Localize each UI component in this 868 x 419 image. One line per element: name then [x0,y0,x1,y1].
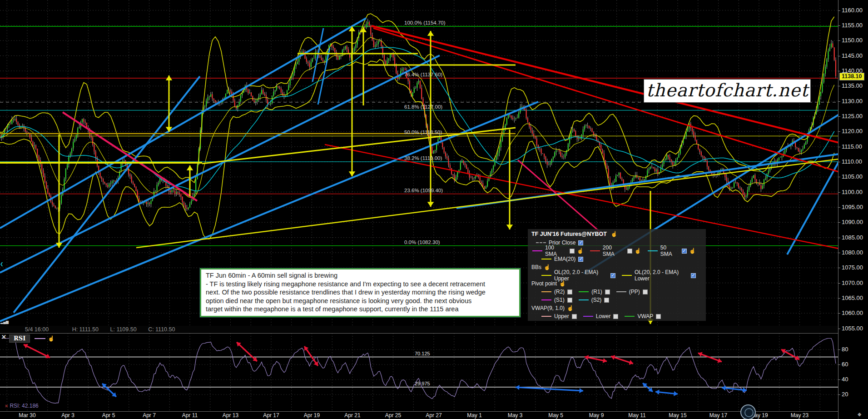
legend-visibility-checkbox[interactable]: ✓ [572,314,577,319]
scroll-nav-icon[interactable]: ◆ [858,411,861,417]
legend-item: (PP)✓ [616,289,648,295]
legend-row: (S1)✓(S2)✓ [531,296,702,304]
rsi-panel-header[interactable]: RSI ☝ [9,334,55,343]
hand-cursor-icon[interactable]: ☝ [610,231,617,237]
price-tick-label: 1070.00 [842,279,863,286]
legend-visibility-checkbox[interactable]: ✓ [682,249,687,254]
legend-visibility-checkbox[interactable]: ✓ [656,314,661,319]
date-tick-label: Apr 5 [102,412,115,419]
price-tick-label: 1125.00 [842,113,863,120]
legend-visibility-checkbox[interactable]: ✓ [643,289,648,294]
hand-cursor-icon[interactable]: ☝ [635,248,641,254]
price-tick-label: 1155.00 [842,22,863,29]
legend-line-sample [541,316,551,317]
site-logo-badge [740,404,756,419]
legend-row: Upper✓Lower✓VWAP✓ [531,312,702,320]
price-tick-label: 1055.00 [842,325,863,332]
legend-item-label: (R1) [591,289,602,295]
legend-visibility-checkbox[interactable]: ✓ [613,314,618,319]
date-tick-label: May 5 [548,412,563,419]
legend-line-sample [648,250,658,251]
legend-item-label: VWAP [637,313,653,319]
date-axis[interactable]: Mar 30Apr 3Apr 5Apr 7Apr 11Apr 13Apr 17A… [0,411,838,419]
legend-visibility-checkbox[interactable]: ✓ [605,289,610,294]
svg-text:29.975: 29.975 [415,381,430,386]
date-tick-label: Apr 3 [61,412,74,419]
analysis-note-box[interactable]: TF Jun 60min - A 60min sell signal is br… [200,268,521,317]
legend-item-label: Upper [554,313,569,319]
legend-visibility-checkbox[interactable]: ✓ [567,289,572,294]
drawing-anchor-icon[interactable]: ❮ [0,262,4,266]
date-tick-label: Apr 11 [182,412,198,419]
price-tick-label: 1105.00 [842,173,863,180]
svg-text:70.125: 70.125 [415,351,430,356]
legend-symbol-title: TF JUN'16 Futures@NYBOT ☝ [531,231,702,237]
rsi-last-value: ✕RSI: 42.186 [5,403,39,409]
date-tick-label: Apr 25 [385,412,401,419]
chart-style-icon[interactable]: ▂▄▆ [0,320,9,324]
svg-text:61.8% (1127.00): 61.8% (1127.00) [404,104,442,110]
price-tick-label: 1080.00 [842,249,863,256]
legend-item-label: OL(20, 2.0 - EMA) Upper [554,269,608,282]
price-tick-label: 1120.00 [842,128,863,135]
price-tick-label: 1115.00 [842,143,862,150]
legend-visibility-checkbox[interactable]: ✓ [604,298,609,303]
legend-item: (S2)✓ [579,297,610,303]
legend-item: 100 SMA✓☝ [532,244,584,257]
legend-item-label: 100 SMA [545,244,567,257]
legend-section-label: BBs [531,264,541,270]
legend-item-label: Lower [596,313,611,319]
hand-cursor-icon[interactable]: ☝ [48,335,55,342]
legend-visibility-checkbox[interactable]: ✓ [578,257,583,262]
legend-line-sample [579,299,589,300]
remove-indicator-icon[interactable]: ✕ [5,404,8,409]
legend-row: VWAP(9, 1.0)☝ [531,304,702,312]
price-tick-label: 1130.00 [842,98,863,105]
svg-text:50.0% (1118.50): 50.0% (1118.50) [404,130,442,135]
legend-line-sample [622,275,632,276]
legend-item-label: OL(20, 2.0 - EMA) Lower [635,269,688,282]
price-tick-label: 1150.00 [842,37,863,44]
legend-item: OL(20, 2.0 - EMA) Lower✓ [622,269,696,282]
legend-visibility-checkbox[interactable]: ✓ [627,249,632,254]
legend-item-label: 50 SMA [660,244,679,257]
date-tick-label: Mar 30 [19,412,35,419]
hand-cursor-icon[interactable]: ☝ [689,248,696,254]
legend-line-sample [616,291,626,292]
legend-visibility-checkbox[interactable]: ✓ [567,298,572,303]
hover-status-bar: 5/4 16:00 H: 1111.50 L: 1109.50 C: 1110.… [0,326,838,334]
hand-cursor-icon[interactable]: ☝ [559,280,566,287]
rsi-title: RSI [9,334,30,343]
hand-cursor-icon[interactable]: ☝ [577,248,584,254]
legend-line-sample [541,275,551,276]
legend-item: (R1)✓ [579,289,610,295]
legend-visibility-checkbox[interactable]: ✓ [691,273,696,278]
price-tick-label: 1135.00 [842,82,863,89]
note-title: TF Jun 60min - A 60min sell signal is br… [206,271,515,280]
date-tick-label: May 11 [628,412,645,419]
legend-visibility-checkbox[interactable]: ✓ [610,273,615,278]
legend-row: OL(20, 2.0 - EMA) Upper✓OL(20, 2.0 - EMA… [531,271,702,279]
rsi-tick-label: 80 [842,346,848,353]
legend-item: 50 SMA✓☝ [648,244,696,257]
legend-line-sample [541,259,551,259]
price-tick-label: 1085.00 [842,234,863,241]
legend-visibility-checkbox[interactable]: ✓ [570,249,575,254]
note-body: - TF is testing likely rising megaphone … [206,280,515,314]
rsi-indicator-canvas[interactable]: 70.12529.975 [0,333,838,411]
indicator-legend-panel[interactable]: TF JUN'16 Futures@NYBOT ☝ Prior Close✓10… [528,229,706,321]
legend-item: OL(20, 2.0 - EMA) Upper✓ [541,269,615,282]
date-tick-label: Apr 7 [143,412,156,419]
price-axis[interactable]: 1138.10 1160.001155.001150.001145.001140… [838,0,868,419]
legend-row: (R2)✓(R1)✓(PP)✓ [531,288,702,296]
rsi-tick-label: 20 [842,391,848,398]
hand-cursor-icon[interactable]: ☝ [567,305,574,311]
date-tick-label: May 23 [791,412,808,419]
date-tick-label: Apr 13 [223,412,238,419]
price-tick-label: 1095.00 [842,204,863,210]
svg-text:76.4% (1137.60): 76.4% (1137.60) [404,72,442,77]
legend-item: (R2)✓ [541,289,572,295]
rsi-close-icon[interactable]: ✕ [1,334,6,340]
legend-line-sample [583,316,593,317]
svg-text:23.6% (1099.40): 23.6% (1099.40) [404,188,443,193]
